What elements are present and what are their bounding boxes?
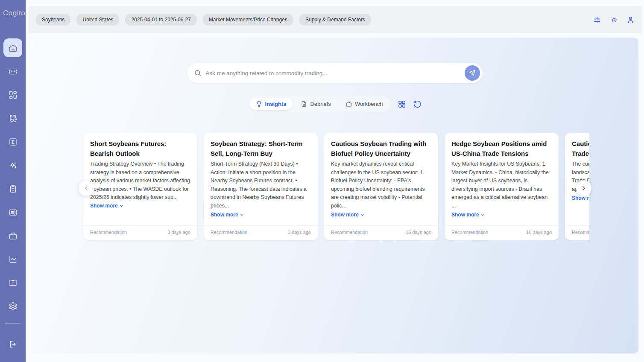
briefcase-icon xyxy=(345,101,352,107)
carousel-track: Short Soybeans Futures: Bearish Outlook … xyxy=(81,133,589,240)
chevron-down-icon xyxy=(240,213,244,217)
filter-chip-region[interactable]: United States xyxy=(76,14,119,26)
sidebar-item-scan[interactable] xyxy=(3,62,22,81)
main-panel: Insights Debriefs Workbench xyxy=(31,38,638,353)
tab-workbench-label: Workbench xyxy=(355,101,383,107)
show-more-link[interactable]: Show more xyxy=(572,194,589,203)
tab-debriefs[interactable]: Debriefs xyxy=(294,98,337,110)
newspaper-icon xyxy=(9,208,18,217)
card-footer: Recommendation 16 days ago xyxy=(445,225,559,240)
insight-card[interactable]: Hedge Soybean Positions amid US-China Tr… xyxy=(445,133,559,240)
sidebar-nav xyxy=(3,38,22,315)
user-icon[interactable] xyxy=(626,16,635,24)
sigma-icon xyxy=(9,137,18,146)
card-type-label: Recommendation xyxy=(451,230,488,235)
card-title: Soybean Strategy: Short-Term Sell, Long-… xyxy=(211,139,311,158)
card-timestamp: 16 days ago xyxy=(526,230,552,235)
card-title: Cautious Trade Unc xyxy=(572,139,589,158)
tab-insights[interactable]: Insights xyxy=(249,98,293,110)
card-type-label: Recommendation xyxy=(211,230,247,235)
show-more-link[interactable]: Show more xyxy=(211,211,311,219)
tabs: Insights Debriefs Workbench xyxy=(248,96,391,112)
card-type-label: Recommenda xyxy=(572,230,589,235)
card-footer: Recommenda xyxy=(565,225,589,240)
topbar-actions xyxy=(593,16,635,24)
sidebar-item-logout[interactable] xyxy=(3,335,22,353)
tab-workbench[interactable]: Workbench xyxy=(339,98,389,110)
sidebar-item-tasks[interactable] xyxy=(3,179,22,198)
card-body: Key Market Insights for US Soybeans: 1. … xyxy=(451,160,552,219)
scan-region-icon xyxy=(9,67,18,76)
filter-sliders-icon[interactable] xyxy=(593,16,601,24)
carousel-prev-button[interactable] xyxy=(79,181,94,196)
filter-chip-topic-supply[interactable]: Supply & Demand Factors xyxy=(299,14,371,26)
topbar: Soybeans United States 2025-04-01 to 202… xyxy=(28,6,642,33)
tab-insights-label: Insights xyxy=(265,101,287,107)
card-type-label: Recommendation xyxy=(331,230,368,235)
sidebar-item-data-sync[interactable] xyxy=(3,109,22,128)
card-timestamp: 3 days ago xyxy=(288,230,311,235)
card-body: Key market dynamics reveal critical chal… xyxy=(331,160,431,219)
lightbulb-icon xyxy=(256,101,262,107)
insight-card[interactable]: Soybean Strategy: Short-Term Sell, Long-… xyxy=(204,133,318,240)
insight-carousel: Short Soybeans Futures: Bearish Outlook … xyxy=(81,133,589,242)
show-more-link[interactable]: Show more xyxy=(331,211,431,219)
sidebar-item-dashboard[interactable] xyxy=(3,85,22,104)
card-timestamp: 15 days ago xyxy=(406,230,431,235)
card-footer: Recommendation 15 days ago xyxy=(324,225,438,240)
chevron-right-icon xyxy=(580,185,587,192)
sidebar-item-news[interactable] xyxy=(3,203,22,222)
card-title: Cautious Soybean Trading with Biofuel Po… xyxy=(331,139,431,158)
database-sync-icon xyxy=(9,114,18,123)
view-actions xyxy=(398,100,422,108)
sidebar-item-home[interactable] xyxy=(3,38,22,57)
show-more-link[interactable]: Show more xyxy=(90,202,124,210)
refresh-icon[interactable] xyxy=(413,100,422,108)
sidebar-item-ai[interactable] xyxy=(3,156,22,175)
sparkles-icon xyxy=(9,161,18,170)
insight-card[interactable]: Short Soybeans Futures: Bearish Outlook … xyxy=(83,133,197,240)
chevron-down-icon xyxy=(480,213,485,217)
briefcase-icon xyxy=(9,231,18,240)
card-type-label: Recommendation xyxy=(90,230,127,235)
send-button[interactable] xyxy=(465,65,480,81)
chevron-down-icon xyxy=(360,213,365,217)
gear-icon xyxy=(9,302,18,311)
send-icon xyxy=(469,70,476,76)
chevron-left-icon xyxy=(83,185,90,192)
tab-debriefs-label: Debriefs xyxy=(310,101,331,107)
sidebar-item-formulas[interactable] xyxy=(3,132,22,151)
clipboard-icon xyxy=(9,184,18,193)
theme-sun-icon[interactable] xyxy=(610,16,618,24)
filter-chip-date-range[interactable]: 2025-04-01 to 2025-06-27 xyxy=(125,14,196,26)
card-body: Short-Term Strategy (Next 30 Days) • Act… xyxy=(211,160,311,219)
sidebar: Cogito xyxy=(0,0,26,362)
logout-icon xyxy=(9,340,18,349)
home-icon xyxy=(9,44,18,53)
app-logo: Cogito xyxy=(3,9,27,18)
file-text-icon xyxy=(301,101,307,107)
sidebar-divider xyxy=(5,323,20,324)
sidebar-item-library[interactable] xyxy=(3,273,22,292)
filter-chip-topic-market[interactable]: Market Movements/Price Changes xyxy=(203,14,293,26)
card-body: Trading Strategy Overview • The trading … xyxy=(90,160,190,210)
search-input[interactable] xyxy=(206,70,465,76)
card-title: Short Soybeans Futures: Bearish Outlook xyxy=(90,139,190,158)
filter-chip-commodity[interactable]: Soybeans xyxy=(36,14,70,26)
view-switcher-row: Insights Debriefs Workbench xyxy=(248,96,422,112)
sidebar-item-charts[interactable] xyxy=(3,250,22,269)
sidebar-item-settings[interactable] xyxy=(3,297,22,315)
card-timestamp: 3 days ago xyxy=(167,230,190,235)
insight-card[interactable]: Cautious Soybean Trading with Biofuel Po… xyxy=(324,133,438,240)
grid-view-icon[interactable] xyxy=(398,100,406,108)
carousel-next-button[interactable] xyxy=(576,181,591,196)
book-open-icon xyxy=(9,278,18,287)
show-more-link[interactable]: Show more xyxy=(451,211,552,219)
dashboard-icon xyxy=(9,90,18,99)
card-title: Hedge Soybean Positions amid US-China Tr… xyxy=(451,139,552,158)
search-icon xyxy=(194,69,202,77)
chevron-down-icon xyxy=(119,204,124,208)
search-bar xyxy=(187,63,483,83)
sidebar-item-portfolio[interactable] xyxy=(3,226,22,245)
card-footer: Recommendation 3 days ago xyxy=(204,225,318,240)
